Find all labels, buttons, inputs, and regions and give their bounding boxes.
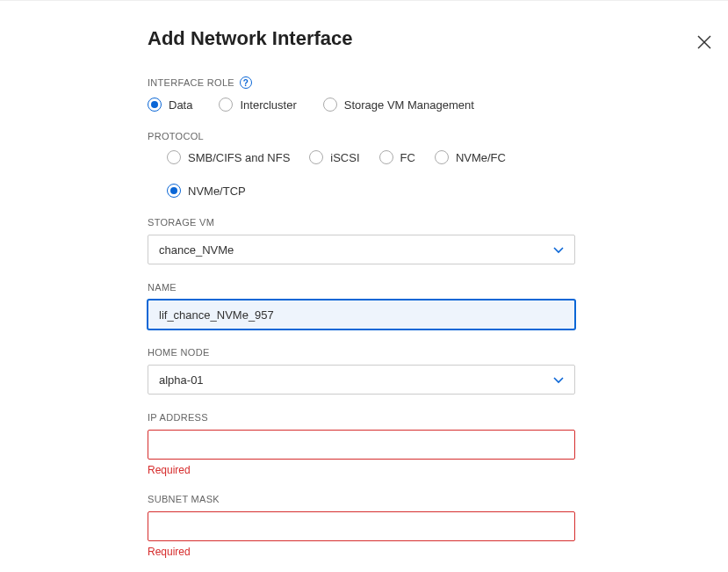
subnet-error: Required: [148, 546, 575, 558]
ip-input-wrapper: [148, 430, 575, 460]
radio-icon: [167, 150, 181, 164]
dialog-title: Add Network Interface: [148, 27, 575, 50]
home-node-select[interactable]: alpha-01: [148, 365, 575, 395]
protocol-radio-fc[interactable]: FC: [379, 150, 415, 164]
role-radio-svm-mgmt[interactable]: Storage VM Management: [323, 98, 474, 112]
radio-icon: [148, 98, 162, 112]
protocol-iscsi-label: iSCSI: [330, 151, 359, 164]
protocol-radio-nvme-fc[interactable]: NVMe/FC: [435, 150, 506, 164]
storage-vm-select[interactable]: chance_NVMe: [148, 235, 575, 264]
name-label: NAME: [148, 282, 575, 293]
radio-icon: [219, 98, 233, 112]
role-label-text: INTERFACE ROLE: [148, 77, 234, 88]
role-radio-data[interactable]: Data: [148, 98, 192, 112]
protocol-radio-group: SMB/CIFS and NFS iSCSI FC NVMe/FC NVMe/T…: [148, 150, 575, 198]
dialog-body: Add Network Interface INTERFACE ROLE ? D…: [0, 1, 575, 572]
radio-icon: [167, 184, 181, 198]
protocol-radio-nvme-tcp[interactable]: NVMe/TCP: [167, 184, 246, 198]
ip-input[interactable]: [159, 431, 564, 459]
subnet-label: SUBNET MASK: [148, 494, 575, 504]
role-data-label: Data: [169, 98, 192, 112]
role-svm-label: Storage VM Management: [344, 98, 474, 112]
subnet-input[interactable]: [159, 512, 564, 540]
storage-vm-value: chance_NVMe: [159, 243, 234, 257]
home-node-label: HOME NODE: [148, 347, 575, 358]
radio-icon: [323, 98, 337, 112]
chevron-down-icon: [553, 373, 564, 387]
protocol-nvmetcp-label: NVMe/TCP: [188, 185, 246, 198]
protocol-label-text: PROTOCOL: [148, 131, 204, 141]
chevron-down-icon: [553, 243, 564, 257]
close-icon[interactable]: [696, 34, 712, 50]
storage-vm-label: STORAGE VM: [148, 217, 575, 228]
role-intercluster-label: Intercluster: [240, 98, 296, 112]
radio-icon: [435, 150, 449, 164]
home-node-value: alpha-01: [159, 373, 204, 387]
subnet-input-wrapper: [148, 511, 575, 541]
ip-error: Required: [148, 464, 575, 476]
radio-icon: [309, 150, 323, 164]
protocol-section-label: PROTOCOL: [148, 131, 575, 141]
protocol-radio-iscsi[interactable]: iSCSI: [309, 150, 359, 164]
name-input-wrapper: [148, 300, 575, 329]
protocol-fc-label: FC: [400, 151, 415, 164]
role-radio-group: Data Intercluster Storage VM Management: [148, 98, 575, 112]
protocol-nvmefc-label: NVMe/FC: [456, 151, 506, 164]
ip-label: IP ADDRESS: [148, 412, 575, 423]
name-input[interactable]: [159, 300, 564, 329]
protocol-radio-smb-nfs[interactable]: SMB/CIFS and NFS: [167, 150, 290, 164]
radio-icon: [379, 150, 393, 164]
role-section-label: INTERFACE ROLE ?: [148, 76, 575, 89]
protocol-smb-label: SMB/CIFS and NFS: [188, 151, 290, 164]
role-radio-intercluster[interactable]: Intercluster: [219, 98, 296, 112]
help-icon[interactable]: ?: [240, 76, 252, 89]
